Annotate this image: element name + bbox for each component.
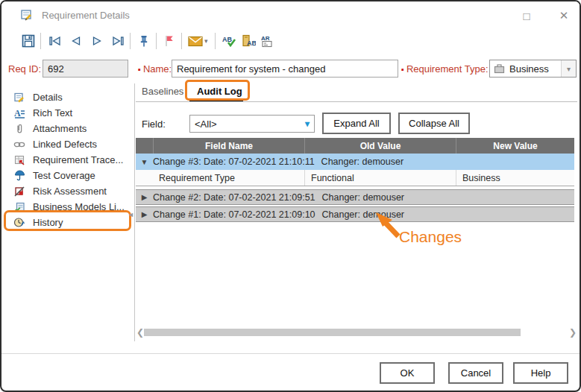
toolbar-separator [181, 33, 182, 49]
field-filter-combo[interactable]: <All> ▾ [189, 115, 315, 133]
change-group-row-1[interactable]: ▶ Change #1: Date: 07-02-2021 21:09:10 C… [136, 206, 574, 222]
audit-detail-row[interactable]: Requirement Type Functional Business [136, 170, 574, 186]
sidebar: Details A Rich Text Attachments [1, 83, 134, 353]
required-marker: ▪ [138, 65, 141, 74]
expand-all-button[interactable]: Expand All [322, 113, 391, 134]
footer-divider [1, 353, 580, 354]
sidebar-item-label: Test Coverage [33, 170, 95, 181]
check-spelling-icon[interactable]: AB [220, 31, 238, 51]
svg-text:AB: AB [247, 39, 256, 47]
horizontal-scrollbar: ❮ ❯ [136, 327, 577, 338]
spelling-options-icon[interactable]: AR [259, 31, 277, 51]
change-group-row-2[interactable]: ▶ Change #2: Date: 07-02-2021 21:09:51 C… [136, 189, 574, 205]
title-bar: Requirement Details □ ✕ [1, 1, 580, 28]
go-previous-icon[interactable] [67, 31, 85, 51]
thesaurus-icon[interactable]: AB [239, 31, 257, 51]
sidebar-item-label: Attachments [33, 123, 87, 134]
column-header-new-value: New Value [456, 138, 574, 154]
change-group-header: Change #2: Date: 07-02-2021 21:09:51 [153, 192, 315, 203]
chevron-down-icon[interactable]: ▾ [561, 60, 576, 77]
collapsed-arrow-icon[interactable]: ▶ [136, 210, 153, 218]
flag-icon[interactable] [160, 31, 178, 51]
collapse-all-button[interactable]: Collapse All [398, 113, 470, 134]
sidebar-item-label: History [33, 217, 63, 228]
sidebar-item-requirement-traceability[interactable]: Requirement Trace... [1, 152, 134, 168]
toolbar-separator [40, 33, 41, 49]
umbrella-icon [13, 170, 25, 181]
send-email-caret-icon[interactable]: ▾ [204, 37, 208, 45]
change-group-changer: Changer: demouser [322, 209, 404, 220]
sidebar-item-label: Risk Assessment [33, 186, 107, 197]
sidebar-item-linked-defects[interactable]: Linked Defects [1, 136, 134, 152]
expanded-arrow-icon[interactable]: ▼ [136, 158, 153, 166]
requirement-document-icon [21, 9, 34, 24]
paperclip-icon [13, 123, 25, 134]
go-first-icon[interactable] [46, 31, 64, 51]
expander-column-header [136, 138, 153, 154]
save-icon[interactable] [19, 31, 37, 51]
go-next-icon[interactable] [88, 31, 106, 51]
change-group-header: Change #3: Date: 07-02-2021 21:10:11 [153, 157, 315, 167]
cell-old-value: Functional [304, 170, 456, 186]
go-last-icon[interactable] [109, 31, 127, 51]
toolbar-separator [130, 33, 131, 49]
tab-audit-log[interactable]: Audit Log [197, 86, 242, 97]
chevron-down-icon: ▾ [305, 118, 310, 129]
audit-filter-row: Field: <All> ▾ Expand All Collapse All [136, 112, 581, 136]
sidebar-item-rich-text[interactable]: A Rich Text [1, 105, 134, 121]
field-filter-value: <All> [190, 118, 217, 130]
collapsed-arrow-icon[interactable]: ▶ [136, 193, 153, 201]
change-group-row-3[interactable]: ▼ Change #3: Date: 07-02-2021 21:10:11 C… [136, 154, 574, 170]
req-id-field[interactable] [43, 60, 128, 78]
sidebar-item-label: Rich Text [33, 107, 72, 118]
sidebar-item-label: Business Models Li... [33, 201, 125, 212]
tab-bar: Baselines Audit Log [136, 83, 581, 102]
traceability-icon [13, 155, 25, 165]
business-model-icon [13, 202, 25, 212]
pin-icon[interactable] [135, 31, 153, 51]
sidebar-item-history[interactable]: History [1, 215, 134, 230]
help-button[interactable]: Help [513, 362, 568, 384]
sidebar-item-details[interactable]: Details [1, 89, 134, 105]
tab-divider [136, 101, 577, 102]
req-id-label: Req ID: [8, 63, 41, 75]
risk-icon [13, 186, 25, 197]
change-group-changer: Changer: demouser [322, 192, 404, 203]
details-icon [13, 92, 25, 103]
scroll-right-icon[interactable]: ❯ [568, 327, 577, 338]
name-label: ▪Name: [138, 63, 172, 75]
ok-button[interactable]: OK [380, 362, 435, 384]
maximize-icon[interactable]: □ [514, 6, 539, 25]
requirement-details-dialog: Requirement Details □ ✕ [0, 0, 581, 392]
name-field[interactable] [172, 60, 398, 78]
sidebar-item-label: Linked Defects [33, 139, 97, 150]
required-marker: ▪ [401, 65, 404, 74]
tab-baselines[interactable]: Baselines [142, 86, 183, 97]
scrollbar-thumb[interactable] [144, 329, 521, 336]
toolbar-separator [156, 33, 157, 49]
sidebar-item-risk-assessment[interactable]: Risk Assessment [1, 183, 134, 199]
column-header-field-name: Field Name [153, 138, 304, 154]
send-email-icon[interactable] [186, 31, 204, 51]
toolbar-separator [215, 33, 216, 49]
svg-text:AR: AR [261, 35, 270, 42]
history-clock-icon [13, 217, 25, 228]
annotation-text: Changes [399, 228, 462, 246]
chain-link-icon [13, 140, 25, 149]
sidebar-item-test-coverage[interactable]: Test Coverage [1, 168, 134, 183]
change-group-header: Change #1: Date: 07-02-2021 21:09:10 [153, 209, 315, 220]
change-group-changer: Changer: demouser [321, 157, 403, 167]
field-filter-label: Field: [142, 118, 166, 130]
cell-new-value: Business [456, 170, 574, 186]
splitter-collapse-icon[interactable]: ◄ [128, 208, 134, 221]
cancel-button[interactable]: Cancel [448, 362, 503, 384]
sidebar-item-attachments[interactable]: Attachments [1, 121, 134, 136]
close-icon[interactable]: ✕ [551, 6, 577, 25]
table-header: Field Name Old Value New Value [136, 138, 574, 154]
sidebar-splitter[interactable] [134, 83, 135, 341]
svg-text:A: A [14, 108, 21, 118]
column-header-old-value: Old Value [304, 138, 456, 154]
sidebar-item-business-models[interactable]: Business Models Li... [1, 199, 134, 215]
requirement-type-combo[interactable]: Business ▾ [489, 60, 577, 78]
header-fields: Req ID: ▪Name: ▪Requirement Type: Busine… [1, 54, 580, 83]
